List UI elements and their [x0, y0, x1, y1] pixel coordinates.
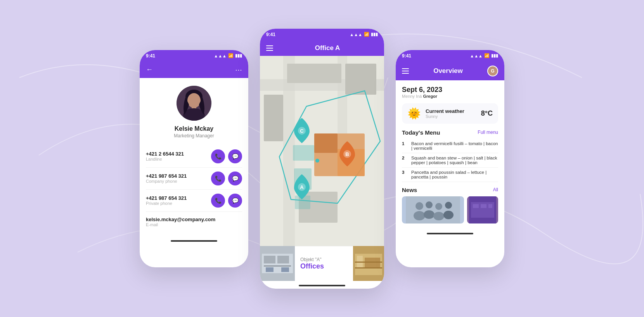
battery-icon: ▮▮▮	[235, 53, 242, 58]
contact-body: Kelsie Mckay Marketing Manager +421 2 65…	[140, 78, 248, 236]
svg-rect-9	[287, 64, 341, 83]
svg-text:C: C	[300, 128, 304, 134]
app-bar-title-right: Overview	[413, 67, 483, 75]
weather-label: Current weather	[426, 108, 481, 114]
contact-role: Marketing Manager	[174, 133, 214, 139]
svg-point-45	[435, 203, 442, 210]
phone-number-1: +421 2 6544 321	[146, 151, 211, 157]
news-images	[402, 196, 498, 223]
map-svg: B C A	[260, 56, 384, 246]
svg-point-47	[445, 202, 452, 209]
signal-icon-r: ▲▲▲	[470, 54, 483, 58]
sms-btn-2[interactable]: 💬	[228, 171, 242, 185]
call-btn-3[interactable]: 📞	[211, 194, 225, 208]
svg-rect-39	[355, 267, 382, 268]
svg-point-2	[187, 93, 201, 108]
contact-row-3: +421 987 654 321 Private phone 📞 💬	[146, 190, 242, 212]
status-icons-right: ▲▲▲ 📶 ▮▮▮	[470, 53, 498, 58]
svg-point-42	[414, 211, 425, 220]
map-thumb-right	[353, 246, 384, 281]
status-time-center: 9:41	[266, 32, 275, 37]
call-btn-1[interactable]: 📞	[211, 149, 225, 163]
sms-btn-3[interactable]: 💬	[228, 194, 242, 208]
avatar	[177, 86, 211, 121]
home-indicator-right	[427, 233, 473, 234]
svg-point-41	[415, 202, 423, 210]
wifi-icon-c: 📶	[364, 32, 369, 37]
svg-rect-10	[345, 64, 376, 95]
svg-rect-38	[355, 262, 382, 263]
weather-temp: 8°C	[481, 109, 493, 118]
map-info: Objekt "A" Offices	[295, 252, 353, 275]
phone-label-2: Company phone	[146, 179, 211, 184]
overview-greeting: Menny Iná Gregor	[402, 94, 498, 99]
menu-title: Today's Menu	[402, 129, 440, 136]
phone-label-1: Landline	[146, 157, 211, 161]
battery-icon-r: ▮▮▮	[491, 53, 498, 58]
sms-btn-1[interactable]: 💬	[228, 149, 242, 163]
wifi-icon: 📶	[228, 53, 234, 58]
status-icons-left: ▲▲▲ 📶 ▮▮▮	[214, 53, 242, 58]
app-bar-center: Office A	[260, 40, 384, 56]
overview-date: Sept 6, 2023	[402, 86, 498, 94]
email-value: kelsie.mckay@company.com	[146, 217, 242, 222]
status-time-right: 9:41	[402, 53, 411, 59]
weather-card: 🌞 Current weather Sunny 8°C	[402, 103, 498, 124]
menu-icon-right[interactable]	[402, 68, 409, 74]
home-indicator-center	[299, 285, 345, 286]
news-all-link[interactable]: All	[493, 187, 498, 192]
map-thumb-left	[260, 246, 295, 281]
status-icons-center: ▲▲▲ 📶 ▮▮▮	[350, 32, 378, 37]
signal-icon-c: ▲▲▲	[350, 32, 362, 37]
svg-point-46	[433, 212, 444, 220]
sun-icon: 🌞	[407, 107, 421, 120]
svg-rect-31	[264, 265, 291, 267]
map-object-type: Offices	[300, 262, 348, 270]
back-icon[interactable]: ←	[146, 66, 153, 74]
news-section: News All	[402, 187, 498, 223]
user-avatar[interactable]: G	[487, 66, 498, 76]
avatar-svg	[177, 86, 211, 121]
full-menu-link[interactable]: Full menu	[478, 130, 498, 135]
status-bar-left: 9:41 ▲▲▲ 📶 ▮▮▮	[140, 50, 248, 62]
svg-rect-52	[481, 204, 486, 208]
app-bar-right: Overview G	[396, 62, 504, 80]
svg-point-48	[443, 211, 454, 219]
contact-row-2: +421 987 654 321 Company phone 📞 💬	[146, 168, 242, 190]
svg-rect-17	[293, 145, 314, 161]
svg-rect-12	[264, 95, 283, 141]
svg-rect-33	[281, 267, 289, 272]
menu-icon[interactable]	[266, 45, 273, 51]
greeting-name: Gregor	[423, 94, 437, 99]
phone-number-2: +421 987 654 321	[146, 173, 211, 179]
menu-text-2: Squash and bean stew – onion | salt | bl…	[411, 156, 498, 165]
contact-row-1: +421 2 6544 321 Landline 📞 💬	[146, 146, 242, 168]
center-phone: 9:41 ▲▲▲ 📶 ▮▮▮ Office A	[260, 29, 384, 289]
news-image-side	[467, 196, 498, 223]
news-header: News All	[402, 187, 498, 193]
menu-num-2: 2	[402, 156, 407, 160]
left-phone: 9:41 ▲▲▲ 📶 ▮▮▮ ← ⋯	[140, 50, 248, 267]
home-indicator-left	[171, 240, 217, 242]
app-bar-left: ← ⋯	[140, 62, 248, 78]
call-btn-2[interactable]: 📞	[211, 171, 225, 185]
svg-rect-29	[264, 256, 275, 263]
more-icon[interactable]: ⋯	[235, 66, 242, 74]
menu-num-1: 1	[402, 141, 407, 146]
menu-item-2: 2 Squash and bean stew – onion | salt | …	[402, 153, 498, 168]
right-phone: 9:41 ▲▲▲ 📶 ▮▮▮ Overview G Sept 6, 2023 M…	[396, 50, 504, 267]
phone-label-3: Private phone	[146, 201, 211, 206]
svg-point-43	[426, 201, 433, 208]
status-bar-right: 9:41 ▲▲▲ 📶 ▮▮▮	[396, 50, 504, 62]
svg-rect-40	[406, 196, 460, 223]
wifi-icon-r: 📶	[484, 53, 490, 58]
phone-number-3: +421 987 654 321	[146, 195, 211, 201]
map-bottom-bar: Objekt "A" Offices	[260, 246, 384, 281]
weather-condition: Sunny	[426, 114, 481, 119]
map-area: B C A	[260, 56, 384, 246]
app-bar-title-center: Office A	[277, 44, 378, 52]
svg-point-20	[315, 159, 319, 163]
signal-icon: ▲▲▲	[214, 54, 227, 58]
svg-rect-51	[473, 204, 479, 208]
menu-section-header: Today's Menu Full menu	[402, 129, 498, 136]
